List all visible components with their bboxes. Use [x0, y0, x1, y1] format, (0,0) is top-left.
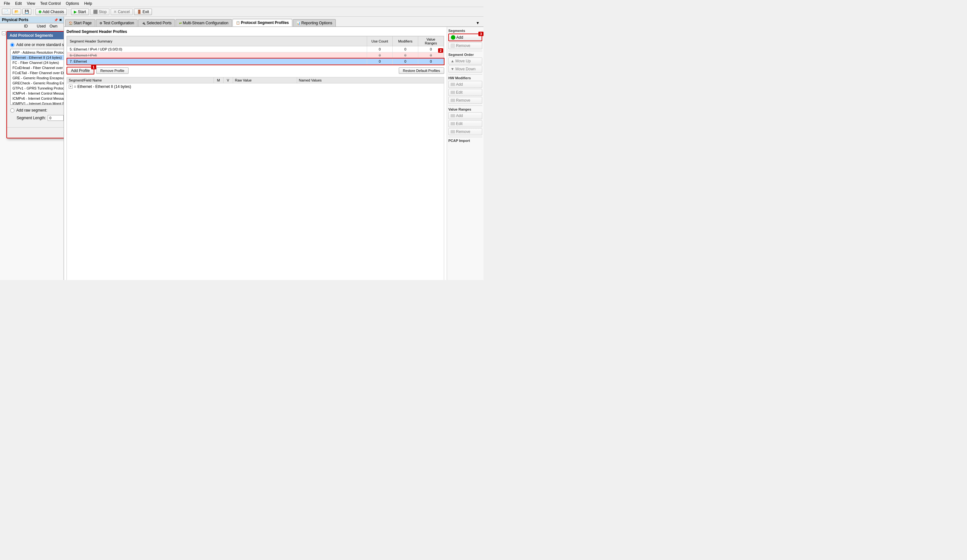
radio-standard[interactable]: Add one or more standard segments:	[10, 43, 64, 47]
tab-selected-ports-icon: 🔌	[142, 21, 145, 25]
exit-button[interactable]: 🚪 Exit	[134, 8, 152, 15]
expand-icon[interactable]: +	[69, 85, 73, 89]
divider3	[448, 105, 482, 106]
radio-raw[interactable]: Add raw segment: 4	[10, 108, 64, 112]
move-down-button[interactable]: ▼ Move Down	[448, 66, 482, 72]
tab-multistream[interactable]: ⇄ Multi-Stream Configuration	[176, 19, 232, 26]
list-item-icmpv6[interactable]: ICMPv6 - Internet Control Message Protoc…	[11, 96, 64, 101]
hw-add-button[interactable]: Add	[448, 81, 482, 88]
vr-edit-label: Edit	[456, 122, 463, 126]
add-protocol-segments-dialog: Add Protocol Segments ✕ Add one or more …	[7, 31, 64, 138]
hw-remove-icon	[450, 99, 455, 102]
remove-profile-button[interactable]: Remove Profile	[96, 68, 129, 74]
toolbar-sep	[33, 8, 34, 15]
menu-edit[interactable]: Edit	[12, 1, 24, 7]
segment-length-input[interactable]	[48, 115, 64, 121]
segment-length-row: Segment Length: bytes	[10, 115, 64, 121]
segment-detail-row[interactable]: + ≡ Ethernet - Ethernet II (14 bytes)	[67, 84, 444, 90]
move-up-button[interactable]: ▲ Move Up	[448, 58, 482, 64]
list-item-igmpv1[interactable]: IGMPV1 - Internet Group Mgmt Protocol v1…	[11, 101, 64, 105]
tab-dropdown[interactable]: ▼	[473, 20, 482, 26]
cancel-button[interactable]: ✖ Cancel	[111, 8, 132, 15]
vr-edit-button[interactable]: Edit	[448, 120, 482, 127]
segment-detail-header: Segment/Field Name M V Raw Value Named V…	[67, 77, 444, 84]
list-item-fcoehead[interactable]: FCoEHead - Fiber Channel over Ethernet (…	[11, 65, 64, 70]
list-item-ethernet[interactable]: Ethernet - Ethernet II (14 bytes)	[11, 55, 64, 60]
tab-protocol-segments[interactable]: 📋 Protocol Segment Profiles	[233, 19, 292, 26]
menu-view[interactable]: View	[24, 1, 38, 7]
open-button[interactable]: 📂	[12, 8, 21, 15]
radio-standard-input[interactable]	[10, 43, 15, 47]
tab-reporting[interactable]: 📊 Reporting Options	[293, 19, 336, 26]
add-chassis-button[interactable]: ⊕ Add Chassis	[35, 8, 67, 15]
col-id: ID	[24, 24, 37, 28]
vr-edit-icon	[450, 122, 455, 125]
green-circle-icon	[451, 35, 455, 40]
segment-name: Ethernet - Ethernet II (14 bytes)	[78, 84, 131, 89]
divider2	[448, 74, 482, 74]
divider4	[448, 137, 482, 137]
list-item-fcoetail[interactable]: FCoETail - Fiber Channel over Ethernet (…	[11, 70, 64, 76]
profile-row-0[interactable]: 5: Ethernet / IPv4 / UDP (S:0/D:0) 0 0 0	[67, 46, 444, 53]
tab-test-config[interactable]: ⚙ Test Configuration	[96, 19, 138, 26]
profile-usecount-0: 0	[367, 46, 393, 53]
vr-remove-icon	[450, 130, 455, 133]
profile-row-2[interactable]: 7: Ethernet 0 0 0	[67, 58, 444, 64]
port-table-header: ID Used Own	[0, 23, 64, 30]
tab-selected-ports[interactable]: 🔌 Selected Ports	[138, 19, 175, 26]
profile-summary-0: 5: Ethernet / IPv4 / UDP (S:0/D:0)	[67, 46, 367, 53]
move-down-label: Move Down	[455, 67, 475, 71]
move-down-icon: ▼	[450, 67, 454, 71]
sidebar-remove-label: Remove	[456, 43, 470, 48]
add-icon: ⊕	[38, 10, 41, 14]
sidebar-add-button[interactable]: Add 3	[448, 34, 482, 41]
list-item-icmpv4[interactable]: ICMPv4 - Internet Control Message Protoc…	[11, 91, 64, 96]
menu-options[interactable]: Options	[63, 1, 81, 7]
vr-remove-button[interactable]: Remove	[448, 128, 482, 135]
profile-row-1[interactable]: 6: Ethernet / IPv6 0 0 0	[67, 53, 444, 58]
vr-add-button[interactable]: Add	[448, 112, 482, 119]
tab-start-page[interactable]: 🏠 Start Page	[65, 19, 95, 26]
segment-listbox[interactable]: ARP - Address Resolution Protocol (28 by…	[10, 49, 64, 105]
tab-start-page-icon: 🏠	[69, 21, 73, 25]
hw-remove-button[interactable]: Remove	[448, 97, 482, 104]
tab-bar: 🏠 Start Page ⚙ Test Configuration 🔌 Sele…	[64, 16, 484, 27]
col-field-name: Segment/Field Name	[67, 77, 214, 83]
list-item-grecheck[interactable]: GRECheck - Generic Routing Encapsulation…	[11, 81, 64, 86]
list-item-fc[interactable]: FC - Fiber Channel (24 bytes)	[11, 60, 64, 65]
new-button[interactable]: 📄	[2, 8, 11, 15]
menu-file[interactable]: File	[1, 1, 12, 7]
list-item-gre[interactable]: GRE - Generic Routing Encapsulation (no …	[11, 76, 64, 81]
profiles-table-container: Segment Header Summary Use Count Modifie…	[66, 36, 444, 65]
profile-modifiers-1: 0	[393, 53, 418, 58]
menu-test-control[interactable]: Test Control	[38, 1, 63, 7]
tab-test-config-icon: ⚙	[99, 21, 102, 25]
profile-summary-2: 7: Ethernet	[67, 58, 367, 64]
menu-help[interactable]: Help	[81, 1, 95, 7]
restore-defaults-button[interactable]: Restore Default Profiles	[399, 68, 444, 74]
col-v: V	[223, 77, 233, 83]
start-label: Start	[78, 10, 86, 14]
dialog-title-bar: Add Protocol Segments ✕	[7, 31, 64, 39]
list-item-gtpv1[interactable]: GTPv1 - GPRS Tunneling Protocol v1 (12 b…	[11, 86, 64, 91]
start-button[interactable]: ▶ Start	[71, 8, 89, 15]
tree-expand-chassis[interactable]: -	[2, 31, 6, 35]
panel-header: Physical Ports 📌 ✖	[0, 16, 64, 23]
add-profile-button[interactable]: Add Profile 1	[66, 67, 94, 74]
stop-button[interactable]: ⬛ Stop	[90, 8, 110, 15]
panel-close-icon[interactable]: ✖	[59, 18, 62, 22]
save-button[interactable]: 💾	[22, 8, 31, 15]
radio-raw-input[interactable]	[10, 108, 15, 112]
sidebar-add-label: Add	[456, 35, 463, 40]
annotation-1: 1	[91, 65, 96, 69]
hw-edit-button[interactable]: Edit	[448, 89, 482, 96]
annotation-3: 3	[479, 31, 484, 36]
divider1	[448, 51, 482, 51]
list-item-arp[interactable]: ARP - Address Resolution Protocol (28 by…	[11, 50, 64, 55]
content-area: Defined Segment Header Profiles Segment …	[64, 27, 484, 280]
panel-pin-icon[interactable]: 📌	[54, 18, 58, 22]
col-used: Used	[37, 24, 50, 28]
col-use-count: Use Count	[367, 36, 393, 46]
tab-start-page-label: Start Page	[74, 21, 92, 25]
sidebar-remove-button[interactable]: Remove	[448, 42, 482, 49]
